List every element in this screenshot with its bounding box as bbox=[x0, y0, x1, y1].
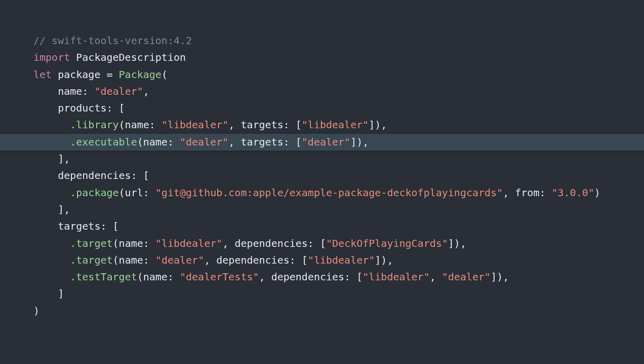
code-token: Package bbox=[119, 68, 162, 81]
code-line: .library(name: "libdealer", targets: ["l… bbox=[0, 117, 644, 133]
code-token: (name: bbox=[113, 254, 155, 266]
code-token: products: [ bbox=[33, 102, 125, 114]
code-line: dependencies: [ bbox=[0, 167, 644, 184]
code-token: , bbox=[143, 85, 149, 97]
code-token: "dealerTests" bbox=[180, 271, 259, 283]
code-token: , dependencies: [ bbox=[222, 237, 326, 249]
code-token: .testTarget bbox=[70, 271, 137, 283]
code-token bbox=[33, 237, 70, 249]
code-token: , targets: [ bbox=[228, 119, 302, 131]
code-token bbox=[33, 254, 70, 266]
code-token: "libdealer" bbox=[363, 271, 429, 283]
code-line: // swift-tools-version:4.2 bbox=[0, 32, 644, 49]
code-token: "libdealer" bbox=[302, 119, 369, 131]
code-token: .executable bbox=[70, 136, 137, 148]
code-token: (url: bbox=[119, 187, 155, 199]
code-token: targets: [ bbox=[33, 220, 119, 232]
code-line: products: [ bbox=[0, 100, 644, 117]
code-token: .library bbox=[70, 119, 118, 131]
code-token: ], bbox=[33, 203, 70, 215]
code-token: (name: bbox=[119, 119, 162, 131]
code-token: (name: bbox=[137, 136, 180, 148]
code-token: , from: bbox=[503, 187, 551, 199]
code-token bbox=[33, 187, 70, 199]
code-token: .package bbox=[70, 187, 118, 199]
code-token: (name: bbox=[113, 237, 155, 249]
code-line: name: "dealer", bbox=[0, 83, 644, 100]
code-token: ]), bbox=[375, 254, 393, 266]
code-token: name: bbox=[33, 85, 94, 97]
code-block: // swift-tools-version:4.2import Package… bbox=[0, 0, 644, 319]
code-line-highlighted: .executable(name: "dealer", targets: ["d… bbox=[0, 134, 644, 151]
code-token: let bbox=[33, 68, 52, 81]
code-token: .target bbox=[70, 254, 112, 266]
code-line: targets: [ bbox=[0, 218, 644, 235]
code-token: import bbox=[33, 51, 70, 63]
code-token: "dealer" bbox=[94, 85, 143, 97]
code-token: "git@github.com:apple/example-package-de… bbox=[155, 187, 503, 199]
code-token: "dealer" bbox=[302, 136, 350, 148]
code-line: .target(name: "dealer", dependencies: ["… bbox=[0, 252, 644, 269]
code-token bbox=[33, 119, 70, 131]
code-token: ( bbox=[162, 68, 168, 81]
code-line: .package(url: "git@github.com:apple/exam… bbox=[0, 185, 644, 201]
code-token: ) bbox=[33, 305, 39, 317]
code-token: (name: bbox=[137, 271, 180, 283]
code-token: "3.0.0" bbox=[552, 187, 594, 199]
code-line: ) bbox=[0, 303, 644, 319]
code-token: ]), bbox=[448, 237, 466, 249]
code-token: , dependencies: [ bbox=[259, 271, 363, 283]
code-token: ] bbox=[33, 287, 64, 300]
code-token bbox=[33, 136, 70, 148]
code-token: "libdealer" bbox=[162, 119, 228, 131]
code-token: .target bbox=[70, 237, 112, 249]
code-token: package = bbox=[52, 68, 118, 81]
code-line: ], bbox=[0, 201, 644, 218]
code-token: ]), bbox=[350, 136, 369, 148]
code-token: PackageDescription bbox=[70, 51, 186, 63]
code-token: ]), bbox=[369, 119, 387, 131]
code-line: import PackageDescription bbox=[0, 49, 644, 66]
code-token: ], bbox=[33, 153, 70, 165]
code-token: "dealer" bbox=[442, 271, 491, 283]
code-token: "dealer" bbox=[155, 254, 204, 266]
code-token: , dependencies: [ bbox=[204, 254, 308, 266]
code-token: "dealer" bbox=[180, 136, 228, 148]
code-token: , bbox=[430, 271, 442, 283]
code-token: ]), bbox=[491, 271, 509, 283]
code-token: "libdealer" bbox=[155, 237, 222, 249]
code-token bbox=[33, 271, 70, 283]
code-token: "libdealer" bbox=[308, 254, 375, 266]
code-token: , targets: [ bbox=[228, 136, 302, 148]
code-line: ], bbox=[0, 151, 644, 167]
code-token: ) bbox=[594, 187, 600, 199]
code-line: .target(name: "libdealer", dependencies:… bbox=[0, 235, 644, 252]
code-line: let package = Package( bbox=[0, 66, 644, 83]
code-token: "DeckOfPlayingCards" bbox=[326, 237, 448, 249]
code-token: dependencies: [ bbox=[33, 169, 149, 181]
code-token: // swift-tools-version:4.2 bbox=[33, 34, 192, 47]
code-line: ] bbox=[0, 285, 644, 302]
code-line: .testTarget(name: "dealerTests", depende… bbox=[0, 269, 644, 285]
